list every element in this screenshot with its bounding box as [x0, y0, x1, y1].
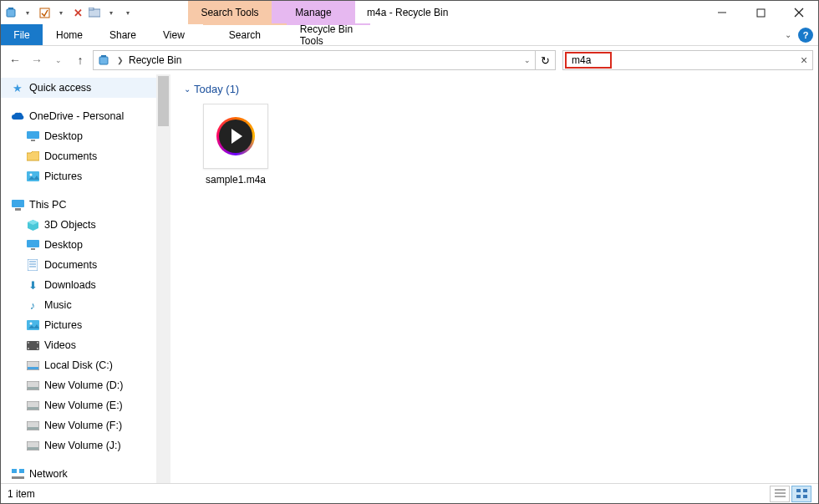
svg-rect-28: [37, 342, 38, 344]
sidebar-item-local-disk-c[interactable]: Local Disk (C:): [1, 355, 156, 375]
close-button[interactable]: [780, 1, 818, 24]
sidebar-item-videos[interactable]: Videos: [1, 335, 156, 355]
qat-customize-icon[interactable]: ▾: [121, 6, 135, 19]
sidebar-label: Documents: [44, 150, 97, 162]
sidebar-label: New Volume (F:): [44, 420, 122, 431]
nav-back-button[interactable]: ←: [6, 51, 24, 69]
properties-icon[interactable]: [38, 6, 51, 19]
sidebar-item-od-desktop[interactable]: Desktop: [1, 126, 156, 146]
qat-dropdown2-icon[interactable]: ▾: [54, 6, 68, 19]
svg-rect-1: [8, 8, 13, 9]
refresh-button[interactable]: ↻: [535, 51, 555, 69]
sidebar-item-documents[interactable]: Documents: [1, 255, 156, 275]
sidebar-item-volume-e[interactable]: New Volume (E:): [1, 395, 156, 415]
svg-rect-40: [12, 469, 17, 473]
tab-search[interactable]: Search: [203, 23, 287, 45]
nav-up-button[interactable]: ↑: [71, 51, 89, 69]
sidebar-item-3d-objects[interactable]: 3D Objects: [1, 215, 156, 235]
ribbon-collapse-icon[interactable]: ⌄: [785, 30, 791, 39]
svg-rect-16: [15, 208, 21, 211]
recycle-bin-icon: [4, 6, 18, 19]
svg-rect-41: [19, 469, 24, 473]
sidebar-item-downloads[interactable]: ⬇Downloads: [1, 275, 156, 295]
nav-forward-button[interactable]: →: [28, 51, 46, 69]
svg-rect-17: [27, 240, 39, 247]
group-header[interactable]: ⌄ Today (1): [184, 83, 805, 95]
svg-rect-33: [28, 387, 38, 389]
tab-view[interactable]: View: [150, 24, 198, 45]
maximize-button[interactable]: [741, 1, 780, 24]
sidebar-item-od-pictures[interactable]: Pictures: [1, 166, 156, 186]
svg-rect-27: [28, 348, 29, 349]
sidebar-item-pictures[interactable]: Pictures: [1, 315, 156, 335]
tab-recycle-tools[interactable]: Recycle Bin Tools: [287, 23, 370, 45]
network-icon: [11, 467, 24, 481]
svg-rect-49: [803, 495, 807, 498]
minimize-button[interactable]: [703, 1, 741, 24]
search-input[interactable]: [572, 54, 605, 66]
file-item[interactable]: sample1.m4a: [196, 104, 276, 186]
sidebar-item-volume-f[interactable]: New Volume (F:): [1, 415, 156, 435]
window-title: m4a - Recycle Bin: [355, 1, 703, 24]
help-icon[interactable]: ?: [798, 28, 813, 43]
addr-segment[interactable]: Recycle Bin: [127, 54, 183, 66]
ctx-tab-search: Search Tools: [188, 1, 272, 24]
sidebar-item-onedrive[interactable]: OneDrive - Personal: [1, 106, 156, 126]
tab-share[interactable]: Share: [96, 24, 150, 45]
svg-rect-12: [31, 140, 35, 141]
view-icons-button[interactable]: [791, 486, 811, 502]
svg-rect-19: [28, 259, 38, 271]
sidebar-label: New Volume (J:): [44, 440, 121, 451]
sidebar-item-this-pc[interactable]: This PC: [1, 195, 156, 215]
qat-dropdown3-icon[interactable]: ▾: [104, 6, 118, 19]
search-box[interactable]: ×: [562, 50, 813, 70]
sidebar-item-music[interactable]: ♪Music: [1, 295, 156, 315]
address-bar[interactable]: ❯ Recycle Bin ⌄ ↻: [93, 50, 556, 70]
cloud-icon: [11, 109, 24, 123]
ctx-tab-manage: Manage: [272, 1, 355, 24]
recycle-bin-addr-icon: [94, 54, 114, 66]
content-area[interactable]: ⌄ Today (1) sample1.m4a: [170, 74, 818, 483]
sidebar-label: Quick access: [29, 82, 91, 94]
scrollbar-thumb[interactable]: [158, 76, 169, 126]
search-clear-icon[interactable]: ×: [796, 53, 812, 67]
drive-icon: [26, 359, 39, 372]
nav-history-dropdown[interactable]: ⌄: [49, 51, 68, 69]
addr-dropdown-icon[interactable]: ⌄: [520, 56, 535, 64]
tab-file[interactable]: File: [1, 24, 43, 45]
svg-rect-15: [12, 200, 24, 207]
svg-rect-31: [28, 367, 38, 369]
music-icon: ♪: [26, 298, 39, 312]
search-highlight: [565, 52, 612, 69]
pictures-icon: [26, 318, 39, 332]
new-folder-icon[interactable]: [88, 6, 101, 19]
sidebar-item-network[interactable]: Network: [1, 464, 156, 483]
qat-dropdown-icon[interactable]: ▾: [21, 6, 34, 19]
sidebar-label: Pictures: [44, 319, 82, 331]
sidebar-item-quick-access[interactable]: ★ Quick access: [1, 78, 156, 98]
chevron-down-icon[interactable]: ⌄: [184, 84, 191, 94]
view-details-button[interactable]: [770, 486, 790, 502]
cube-icon: [26, 218, 39, 232]
delete-icon[interactable]: ✕: [71, 6, 84, 19]
drive-icon: [26, 399, 39, 412]
svg-point-14: [29, 174, 32, 176]
tab-home[interactable]: Home: [43, 24, 96, 45]
sidebar-item-desktop[interactable]: Desktop: [1, 235, 156, 255]
svg-rect-26: [28, 342, 29, 344]
videos-icon: [26, 339, 39, 352]
documents-icon: [26, 258, 39, 272]
addr-separator-icon[interactable]: ❯: [114, 56, 127, 64]
sidebar-item-od-documents[interactable]: Documents: [1, 146, 156, 166]
sidebar-item-volume-d[interactable]: New Volume (D:): [1, 375, 156, 395]
status-bar: 1 item: [1, 483, 818, 503]
title-bar: ▾ ▾ ✕ ▾ ▾ Search Tools Manage m4a - Recy…: [1, 1, 818, 24]
sidebar-label: Pictures: [44, 171, 82, 182]
svg-rect-9: [99, 57, 108, 64]
sidebar-scrollbar[interactable]: [156, 74, 170, 483]
status-item-count: 1 item: [8, 488, 35, 500]
svg-rect-42: [12, 476, 24, 479]
sidebar-label: Local Disk (C:): [44, 359, 113, 371]
downloads-icon: ⬇: [26, 278, 39, 292]
sidebar-item-volume-j[interactable]: New Volume (J:): [1, 435, 156, 456]
